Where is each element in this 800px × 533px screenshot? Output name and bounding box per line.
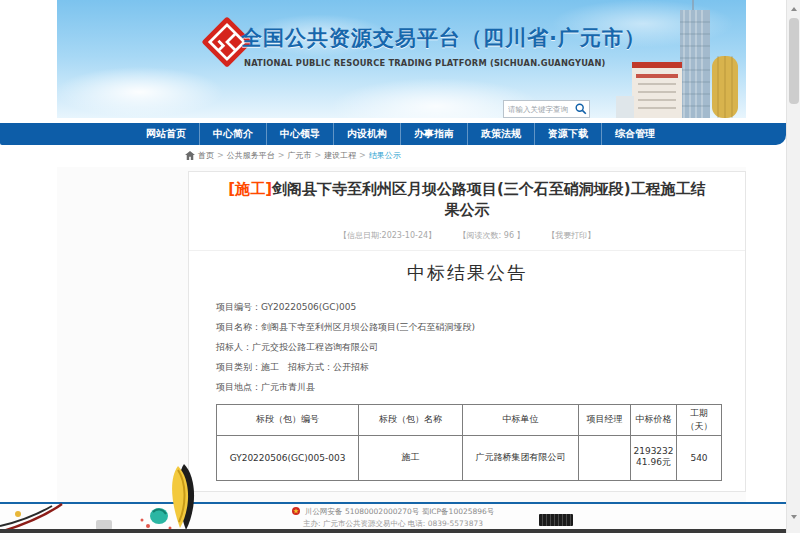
project-name-line: 项目名称：剑阁县下寺至利州区月坝公路项目(三个石至硝洞垭段) [216,317,745,337]
national-emblem-icon [292,507,300,515]
decorative-boat-graphic [126,462,214,533]
project-location-line: 项目地点：广元市青川县 [216,377,745,397]
table-header-row: 标段（包）编号 标段（包）名称 中标单位 项目经理 中标价格 工期（天） [217,404,722,435]
scrollbar-thumb[interactable] [789,18,799,104]
meta-info-date: 【信息日期:2023-10-24】 [339,231,436,240]
browser-viewport: 全国公共资源交易平台（四川省·广元市） NATIONAL PUBLIC RESO… [0,0,800,533]
nav-item-management[interactable]: 综合管理 [602,123,668,145]
site-banner: 全国公共资源交易平台（四川省·广元市） NATIONAL PUBLIC RESO… [57,0,746,118]
footer-host-line: 主办: 广元市公共资源交易中心 电话: 0839-5573873 [0,519,786,529]
nav-item-policies[interactable]: 政策法规 [468,123,535,145]
article-category-tag: [施工] [228,180,272,198]
breadcrumb-item-guangyuan[interactable]: 广元市 [287,150,311,161]
col-winning-bidder: 中标单位 [463,404,579,435]
breadcrumb-item-construction[interactable]: 建设工程 [324,150,356,161]
cell-section-number: GY20220506(GC)005-003 [217,435,359,480]
meta-divider [189,250,745,251]
col-section-name: 标段（包）名称 [359,404,463,435]
breadcrumb-item-result-publicity[interactable]: 结果公示 [369,150,401,161]
cell-section-name: 施工 [359,435,463,480]
breadcrumb-separator: > [278,151,285,160]
cell-winning-price: 219323241.96元 [631,435,677,480]
col-project-manager: 项目经理 [579,404,631,435]
decorative-corner-lines [0,498,100,533]
banner-buildings-illustration [596,0,746,118]
nav-list: 网站首页 中心简介 中心领导 内设机构 办事指南 政策法规 资源下载 综合管理 [133,123,668,145]
announcement-end-time: 公告结束时间:2023年10月27日 [433,490,563,492]
table-row: GY20220506(GC)005-003 施工 广元路桥集团有限公司 2193… [217,435,722,480]
nav-item-center-leaders[interactable]: 中心领导 [267,123,334,145]
meta-read-count: 【阅读次数: 96 】 [459,231,525,240]
site-title: 全国公共资源交易平台（四川省·广元市） [241,24,646,52]
nav-item-downloads[interactable]: 资源下载 [535,123,602,145]
search-icon[interactable] [574,102,588,116]
breadcrumb-separator: > [359,151,366,160]
vertical-scrollbar[interactable] [786,0,800,533]
col-section-number: 标段（包）编号 [217,404,359,435]
cell-duration-days: 540 [677,435,722,480]
footer-record-text: 川公网安备 51080002000270号 蜀ICP备10025896号 [305,507,494,516]
project-category-line: 项目类别：施工 招标方式：公开招标 [216,357,745,377]
site-search-box[interactable] [503,100,590,118]
scrollbar-up-arrow-icon[interactable] [787,2,800,16]
col-winning-price: 中标价格 [631,404,677,435]
main-navbar: 网站首页 中心简介 中心领导 内设机构 办事指南 政策法规 资源下载 综合管理 [0,123,786,145]
project-number-line: 项目编号：GY20220506(GC)005 [216,297,745,317]
scrollbar-down-arrow-icon[interactable] [787,510,800,524]
home-icon [185,151,195,160]
nav-item-service-guide[interactable]: 办事指南 [401,123,468,145]
footer-record-line: 川公网安备 51080002000270号 蜀ICP备10025896号 [0,507,786,517]
breadcrumb-item-service-platform[interactable]: 公共服务平台 [227,150,275,161]
breadcrumb-item-home[interactable]: 首页 [198,150,214,161]
cell-project-manager [579,435,631,480]
screen-bottom-strip [0,529,800,533]
bid-result-table: 标段（包）编号 标段（包）名称 中标单位 项目经理 中标价格 工期（天） GY2… [216,404,722,481]
breadcrumb-separator: > [217,151,224,160]
tenderee-line: 招标人：广元交投公路工程咨询有限公司 [216,337,745,357]
nav-item-departments[interactable]: 内设机构 [334,123,401,145]
announcement-times: 公告开始时间:2023年10月25日 公告结束时间:2023年10月27日 [189,490,745,492]
announcement-title: 中标结果公告 [189,261,745,285]
article-title-text: 剑阁县下寺至利州区月坝公路项目(三个石至硝洞垭段)工程施工结果公示 [272,180,706,219]
cell-winning-bidder: 广元路桥集团有限公司 [463,435,579,480]
footer-seal-image [539,514,573,526]
site-title-english: NATIONAL PUBLIC RESOURCE TRADING PLATFOR… [244,58,606,68]
project-info: 项目编号：GY20220506(GC)005 项目名称：剑阁县下寺至利州区月坝公… [216,297,745,397]
article-meta: 【信息日期:2023-10-24】 【阅读次数: 96 】 【我要打印】 [189,230,745,241]
nav-item-center-intro[interactable]: 中心简介 [200,123,267,145]
meta-print-link[interactable]: 【我要打印】 [547,231,595,240]
article-panel: [施工]剑阁县下寺至利州区月坝公路项目(三个石至硝洞垭段)工程施工结果公示 【信… [188,171,746,492]
announcement-start-time: 公告开始时间:2023年10月25日 [216,490,346,492]
search-input[interactable] [504,105,574,114]
breadcrumb: 首页 > 公共服务平台 > 广元市 > 建设工程 > 结果公示 [185,150,401,161]
nav-item-home[interactable]: 网站首页 [133,123,200,145]
breadcrumb-bar: 首页 > 公共服务平台 > 广元市 > 建设工程 > 结果公示 [57,145,746,167]
article-title: [施工]剑阁县下寺至利州区月坝公路项目(三个石至硝洞垭段)工程施工结果公示 [189,172,745,222]
col-duration-days: 工期（天） [677,404,722,435]
breadcrumb-separator: > [314,151,321,160]
